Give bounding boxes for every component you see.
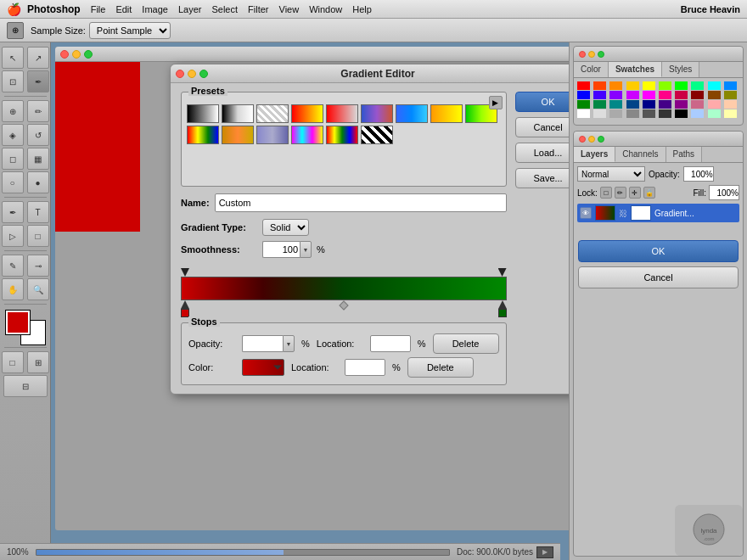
tool-burn[interactable]: ●: [27, 171, 49, 193]
save-button[interactable]: Save...: [515, 168, 569, 188]
tool-path-select[interactable]: ▷: [2, 225, 24, 247]
tool-brush[interactable]: ✏: [27, 100, 49, 122]
preset-swatch-6[interactable]: [361, 104, 393, 123]
foreground-color-box[interactable]: [6, 311, 30, 334]
swatch-yellow-green[interactable]: [659, 81, 671, 90]
tool-crop[interactable]: ⊡: [2, 70, 24, 92]
swatch-red[interactable]: [577, 81, 590, 90]
tool-pen[interactable]: ✒: [2, 201, 24, 223]
layer-chain-icon[interactable]: ⛓: [619, 209, 627, 218]
swatch-gray[interactable]: [609, 109, 622, 118]
ok-button[interactable]: OK: [515, 92, 569, 112]
color-stop-green[interactable]: [498, 300, 507, 317]
swatch-white[interactable]: [577, 109, 590, 118]
tool-eraser[interactable]: ◻: [2, 148, 24, 170]
swatch-yellow[interactable]: [626, 81, 639, 90]
dialog-close-button[interactable]: [176, 70, 184, 78]
tool-eyedropper[interactable]: ✒: [27, 70, 49, 92]
swatches-close[interactable]: [579, 51, 586, 58]
swatch-light-pink[interactable]: [708, 100, 721, 109]
tool-shape[interactable]: □: [27, 225, 49, 247]
dialog-maximize-button[interactable]: [199, 70, 208, 78]
color-location-input[interactable]: 0: [345, 359, 385, 376]
swatch-green-cyan[interactable]: [691, 81, 704, 90]
blend-mode-select[interactable]: Normal: [577, 166, 645, 182]
swatch-dark-green[interactable]: [577, 100, 590, 109]
progress-stepper[interactable]: ▶: [536, 546, 553, 558]
load-button[interactable]: Load...: [515, 143, 569, 163]
swatch-crimson[interactable]: [675, 91, 688, 99]
swatch-green[interactable]: [675, 81, 688, 90]
menu-image[interactable]: Image: [142, 4, 168, 14]
preset-swatch-8[interactable]: [430, 104, 463, 123]
color-stop-red[interactable]: [181, 300, 189, 317]
layers-cancel-button[interactable]: Cancel: [578, 266, 739, 288]
swatches-maximize[interactable]: [598, 51, 604, 58]
opacity-location-input[interactable]: [370, 335, 411, 352]
swatch-dark-gray[interactable]: [643, 109, 655, 118]
swatch-peach[interactable]: [724, 100, 737, 109]
gradient-bar[interactable]: [181, 277, 507, 300]
swatch-light-blue[interactable]: [691, 109, 704, 118]
preset-swatch-15[interactable]: [361, 126, 393, 144]
lock-transparent-icon[interactable]: □: [600, 187, 612, 199]
apple-menu[interactable]: 🍎: [7, 3, 20, 16]
preset-swatch-4[interactable]: [291, 104, 323, 123]
preset-swatch-1[interactable]: [187, 104, 219, 123]
preset-swatch-2[interactable]: [222, 104, 254, 123]
swatch-indigo[interactable]: [593, 91, 606, 99]
menu-help[interactable]: Help: [352, 4, 372, 14]
name-input[interactable]: [215, 193, 507, 212]
swatch-cream[interactable]: [724, 109, 737, 118]
layers-minimize[interactable]: [588, 136, 595, 143]
swatch-dark-magenta[interactable]: [675, 100, 688, 109]
preset-swatch-12[interactable]: [256, 126, 289, 144]
lock-all-icon[interactable]: 🔒: [643, 187, 655, 199]
swatch-orange-red[interactable]: [593, 81, 606, 90]
sample-size-select[interactable]: Point Sample: [89, 22, 171, 39]
swatch-navy[interactable]: [626, 100, 639, 109]
swatch-teal[interactable]: [609, 100, 622, 109]
fill-input[interactable]: [709, 185, 739, 200]
swatch-light-gray[interactable]: [593, 109, 606, 118]
tab-styles[interactable]: Styles: [662, 62, 699, 77]
smoothness-stepper[interactable]: ▼: [300, 241, 312, 258]
preset-swatch-7[interactable]: [396, 104, 428, 123]
tab-swatches[interactable]: Swatches: [609, 62, 662, 77]
cancel-button[interactable]: Cancel: [515, 117, 569, 137]
tool-screen-mode[interactable]: ⊟: [3, 375, 48, 397]
tool-dodge[interactable]: ○: [2, 171, 24, 193]
menu-edit[interactable]: Edit: [115, 4, 132, 14]
layers-close[interactable]: [579, 136, 586, 143]
color-preview-button[interactable]: [242, 359, 284, 376]
tool-zoom[interactable]: 🔍: [27, 278, 49, 300]
swatch-orange[interactable]: [609, 81, 622, 90]
menu-select[interactable]: Select: [211, 4, 238, 14]
dialog-minimize-button[interactable]: [188, 70, 196, 78]
maximize-button[interactable]: [84, 50, 93, 59]
midpoint-marker[interactable]: [340, 302, 347, 309]
opacity-stepper[interactable]: ▼: [283, 335, 295, 352]
gradient-type-select[interactable]: Solid: [262, 219, 309, 236]
swatch-dark-red[interactable]: [691, 91, 704, 99]
menu-layer[interactable]: Layer: [178, 4, 202, 14]
swatch-purple[interactable]: [626, 91, 639, 99]
swatch-dark-blue[interactable]: [643, 100, 655, 109]
tool-stamp[interactable]: ◈: [2, 124, 24, 146]
menu-window[interactable]: Window: [309, 4, 342, 14]
swatch-blue[interactable]: [724, 81, 737, 90]
lock-move-icon[interactable]: ✛: [629, 187, 641, 199]
tool-gradient[interactable]: ▦: [27, 148, 49, 170]
menu-filter[interactable]: Filter: [248, 4, 268, 14]
preset-swatch-14[interactable]: [326, 126, 358, 144]
preset-swatch-13[interactable]: [291, 126, 323, 144]
swatch-olive[interactable]: [724, 91, 737, 99]
swatch-pink[interactable]: [659, 91, 671, 99]
swatches-minimize[interactable]: [588, 51, 595, 58]
tool-history-brush[interactable]: ↺: [27, 124, 49, 146]
tool-text[interactable]: T: [27, 201, 49, 223]
tab-paths[interactable]: Paths: [666, 147, 703, 162]
tool-heal[interactable]: ⊕: [2, 100, 24, 122]
tool-direct-select[interactable]: ↗: [27, 47, 49, 69]
tool-hand[interactable]: ✋: [2, 278, 24, 300]
